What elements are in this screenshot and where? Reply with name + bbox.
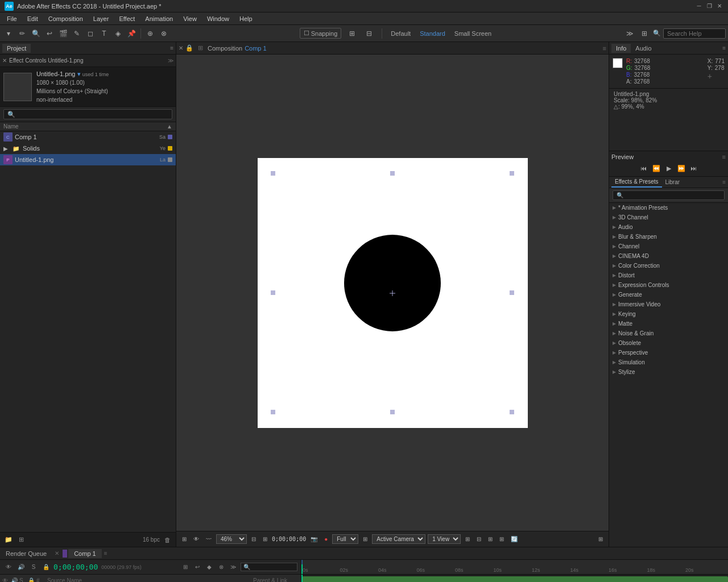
info-tab[interactable]: Info — [611, 44, 631, 53]
delete-btn[interactable]: 🗑 — [162, 535, 172, 545]
effect-keying[interactable]: ▶ Keying — [609, 309, 728, 319]
shape-tool[interactable]: ◻ — [84, 27, 97, 40]
info-panel-menu[interactable]: ≡ — [722, 45, 726, 51]
warp-tool[interactable]: ⊟ — [363, 27, 375, 40]
effect-obsolete[interactable]: ▶ Obsolete — [609, 338, 728, 348]
small-screen-label[interactable]: Small Screen — [452, 30, 494, 37]
sort-icon[interactable]: ▲ — [167, 123, 172, 130]
new-folder-btn[interactable]: 📁 — [3, 535, 14, 545]
timeline-time-display[interactable]: 0;00;00;00 — [53, 563, 98, 571]
select-tool[interactable]: ▾ — [2, 27, 15, 40]
quality-select[interactable]: Full Half — [332, 534, 358, 544]
timeline-loop-btn[interactable]: ↩ — [192, 562, 202, 572]
timeline-vis-btn[interactable]: 👁 — [3, 562, 14, 572]
tool-extra1[interactable]: ⊕ — [144, 27, 156, 40]
project-item-comp1[interactable]: C Comp 1 Sa — [0, 131, 176, 143]
minimize-button[interactable]: ─ — [695, 2, 703, 10]
comp1-tab[interactable]: Comp 1 — [245, 45, 267, 52]
snapping-checkbox[interactable]: ☐ — [304, 30, 309, 37]
timeline-solo-btn[interactable]: S — [28, 562, 39, 572]
prev-frame-btn[interactable]: ⏪ — [651, 163, 662, 174]
viewer-overlay1[interactable]: ⊞ — [463, 535, 472, 543]
new-comp-btn[interactable]: ⊞ — [16, 535, 26, 545]
text-tool[interactable]: T — [98, 27, 110, 40]
effect-cinema4d[interactable]: ▶ CINEMA 4D — [609, 251, 728, 261]
effect-controls-expand[interactable]: ≫ — [168, 57, 173, 64]
active-camera-select[interactable]: Active Camera — [372, 534, 425, 544]
camera-tool[interactable]: 🎬 — [57, 27, 69, 40]
restore-button[interactable]: ❐ — [705, 2, 713, 10]
handle-bot-center[interactable] — [390, 410, 395, 414]
timeline-parent-btn[interactable]: ⊗ — [216, 562, 226, 572]
viewer-preview-btn[interactable]: 👁 — [191, 535, 201, 543]
viewer-overlay3[interactable]: ⊞ — [486, 535, 495, 543]
last-frame-btn[interactable]: ⏭ — [688, 163, 700, 174]
effects-menu-btn[interactable]: ≡ — [722, 179, 726, 185]
handle-top-center[interactable] — [390, 171, 395, 176]
zoom-select[interactable]: 46% 50% 100% — [216, 534, 247, 544]
library-tab[interactable]: Librar — [662, 177, 684, 187]
handle-top-right[interactable] — [510, 171, 514, 176]
effect-expression-controls[interactable]: ▶ Expression Controls — [609, 280, 728, 290]
viewer-expand-btn[interactable]: ⊞ — [596, 535, 605, 543]
menu-effect[interactable]: Effect — [114, 14, 139, 23]
effects-presets-tab[interactable]: Effects & Presets — [611, 177, 662, 188]
render-queue-close[interactable]: ✕ — [52, 550, 61, 556]
project-item-untitled[interactable]: P Untitled-1.png La — [0, 154, 176, 165]
folder-arrow[interactable]: ▶ — [3, 146, 8, 152]
timeline-keyframe-btn[interactable]: ◆ — [204, 562, 214, 572]
viewer-overlay2[interactable]: ⊟ — [474, 535, 483, 543]
timeline-more-btn[interactable]: ≫ — [228, 562, 238, 572]
handle-mid-right[interactable] — [510, 290, 514, 295]
comp1-timeline-tab[interactable]: Comp 1 — [68, 549, 102, 558]
pin-tool[interactable]: 📌 — [125, 27, 138, 40]
close-button[interactable]: ✕ — [715, 2, 723, 10]
timeline-menu-btn[interactable]: ≡ — [104, 550, 107, 556]
menu-composition[interactable]: Composition — [44, 14, 88, 23]
align-tool[interactable]: ⊞ — [346, 27, 358, 40]
menu-animation[interactable]: Animation — [140, 14, 177, 23]
preview-menu[interactable]: ≡ — [722, 153, 726, 160]
effect-audio[interactable]: ▶ Audio — [609, 222, 728, 232]
effects-search-input[interactable] — [613, 190, 725, 200]
effect-3d-channel[interactable]: ▶ 3D Channel — [609, 213, 728, 222]
timeline-draft-btn[interactable]: ⊞ — [180, 562, 191, 572]
effect-animation-presets[interactable]: ▶ * Animation Presets — [609, 203, 728, 213]
effect-matte[interactable]: ▶ Matte — [609, 319, 728, 329]
first-frame-btn[interactable]: ⏮ — [638, 163, 650, 174]
tool-extra2[interactable]: ⊗ — [158, 27, 170, 40]
expand-toolbar[interactable]: ≫ — [623, 27, 636, 40]
audio-tab[interactable]: Audio — [631, 44, 656, 53]
effect-generate[interactable]: ▶ Generate — [609, 290, 728, 300]
timeline-lock-btn[interactable]: 🔒 — [41, 562, 51, 572]
timeline-search-input[interactable] — [241, 563, 297, 571]
project-search-input[interactable] — [3, 109, 172, 119]
viewer-motion-btn[interactable]: 〰 — [204, 535, 214, 543]
quality-extra-btn[interactable]: ⊞ — [361, 535, 370, 543]
viewer-overlay4[interactable]: ⊞ — [497, 535, 506, 543]
viewer-reset[interactable]: 🔄 — [508, 535, 520, 543]
next-frame-btn[interactable]: ⏩ — [676, 163, 687, 174]
menu-file[interactable]: File — [2, 14, 22, 23]
color-btn[interactable]: ● — [322, 535, 330, 543]
viewer-grid-btn[interactable]: ⊞ — [180, 535, 189, 543]
effect-controls-tab[interactable]: Effect Controls Untitled-1.png — [9, 57, 83, 64]
paint-tool[interactable]: ◈ — [111, 27, 124, 40]
preview-dropdown[interactable]: ▾ — [77, 70, 81, 77]
zoom-safe-btn[interactable]: ⊞ — [260, 535, 270, 543]
effect-simulation[interactable]: ▶ Simulation — [609, 357, 728, 367]
effect-noise-grain[interactable]: ▶ Noise & Grain — [609, 329, 728, 338]
comp-panel-menu[interactable]: ≡ — [603, 45, 606, 52]
effect-immersive-video[interactable]: ▶ Immersive Video — [609, 300, 728, 309]
render-queue-tab[interactable]: Render Queue — [0, 549, 52, 558]
info-add-btn[interactable]: + — [708, 72, 725, 81]
effect-controls-close[interactable]: ✕ — [2, 57, 7, 64]
menu-help[interactable]: Help — [235, 14, 257, 23]
search-help-input[interactable] — [663, 28, 726, 39]
effect-distort[interactable]: ▶ Distort — [609, 271, 728, 280]
timeline-audio-btn[interactable]: 🔊 — [16, 562, 26, 572]
zoom-fit-btn[interactable]: ⊟ — [249, 535, 258, 543]
comp-tab-active[interactable]: Comp 1 — [245, 45, 267, 52]
menu-layer[interactable]: Layer — [89, 14, 114, 23]
comp-viewer-close[interactable]: ✕ — [179, 45, 183, 51]
